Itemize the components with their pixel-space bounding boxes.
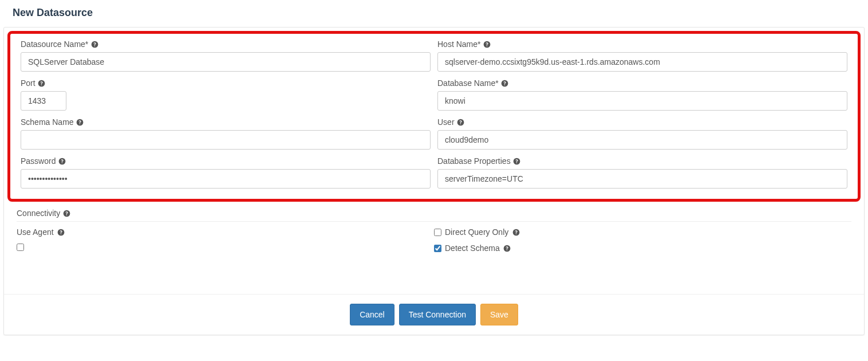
schema-name-label-text: Schema Name	[21, 117, 74, 127]
use-agent-checkbox[interactable]	[17, 244, 24, 251]
connectivity-label-text: Connectivity	[17, 209, 60, 218]
port-label-text: Port	[21, 79, 35, 88]
field-schema-name: Schema Name	[21, 117, 431, 150]
field-host-name: Host Name*	[437, 40, 847, 72]
user-label-text: User	[437, 117, 455, 127]
help-icon[interactable]	[38, 79, 46, 87]
use-agent-label: Use Agent	[17, 227, 54, 237]
port-label: Port	[21, 79, 431, 88]
direct-query-label: Direct Query Only	[445, 227, 508, 237]
footer-actions: Cancel Test Connection Save	[4, 294, 864, 335]
host-name-label-text: Host Name*	[437, 40, 480, 49]
field-database-properties: Database Properties	[437, 156, 847, 189]
help-icon[interactable]	[62, 209, 70, 217]
user-input[interactable]	[437, 130, 847, 150]
cancel-button[interactable]: Cancel	[350, 304, 394, 325]
database-properties-label-text: Database Properties	[437, 156, 511, 166]
schema-name-input[interactable]	[21, 130, 431, 150]
datasource-name-label-text: Datasource Name*	[21, 40, 88, 49]
help-icon[interactable]	[512, 228, 520, 236]
database-name-label: Database Name*	[437, 79, 847, 88]
field-port: Port	[21, 79, 431, 111]
datasource-form-card: Datasource Name* Host Name*	[3, 27, 865, 335]
help-icon[interactable]	[457, 118, 465, 126]
detect-schema-label: Detect Schema	[445, 244, 500, 253]
direct-query-row: Direct Query Only	[434, 227, 851, 237]
detect-schema-row: Detect Schema	[434, 244, 851, 253]
database-name-input[interactable]	[437, 91, 847, 111]
field-password: Password	[21, 156, 431, 189]
page-title: New Datasource	[0, 5, 868, 27]
field-user: User	[437, 117, 847, 150]
connectivity-label: Connectivity	[17, 209, 851, 218]
help-icon[interactable]	[57, 228, 65, 236]
help-icon[interactable]	[501, 79, 509, 87]
direct-query-checkbox[interactable]	[434, 229, 441, 236]
divider	[17, 221, 851, 222]
highlighted-region: Datasource Name* Host Name*	[7, 31, 861, 202]
field-database-name: Database Name*	[437, 79, 847, 111]
help-icon[interactable]	[483, 40, 491, 48]
password-input[interactable]	[21, 169, 431, 189]
help-icon[interactable]	[503, 244, 511, 252]
help-icon[interactable]	[90, 40, 98, 48]
password-label: Password	[21, 156, 431, 166]
use-agent-row: Use Agent	[17, 227, 434, 237]
port-input[interactable]	[21, 91, 66, 111]
detect-schema-checkbox[interactable]	[434, 245, 441, 252]
field-datasource-name: Datasource Name*	[21, 40, 431, 72]
help-icon[interactable]	[76, 118, 84, 126]
help-icon[interactable]	[58, 157, 66, 165]
help-icon[interactable]	[513, 157, 521, 165]
save-button[interactable]: Save	[480, 304, 518, 325]
schema-name-label: Schema Name	[21, 117, 431, 127]
password-label-text: Password	[21, 156, 56, 166]
host-name-label: Host Name*	[437, 40, 847, 49]
database-name-label-text: Database Name*	[437, 79, 499, 88]
test-connection-button[interactable]: Test Connection	[399, 304, 476, 325]
database-properties-label: Database Properties	[437, 156, 847, 166]
host-name-input[interactable]	[437, 52, 847, 72]
datasource-name-label: Datasource Name*	[21, 40, 431, 49]
user-label: User	[437, 117, 847, 127]
datasource-name-input[interactable]	[21, 52, 431, 72]
database-properties-input[interactable]	[437, 169, 847, 189]
